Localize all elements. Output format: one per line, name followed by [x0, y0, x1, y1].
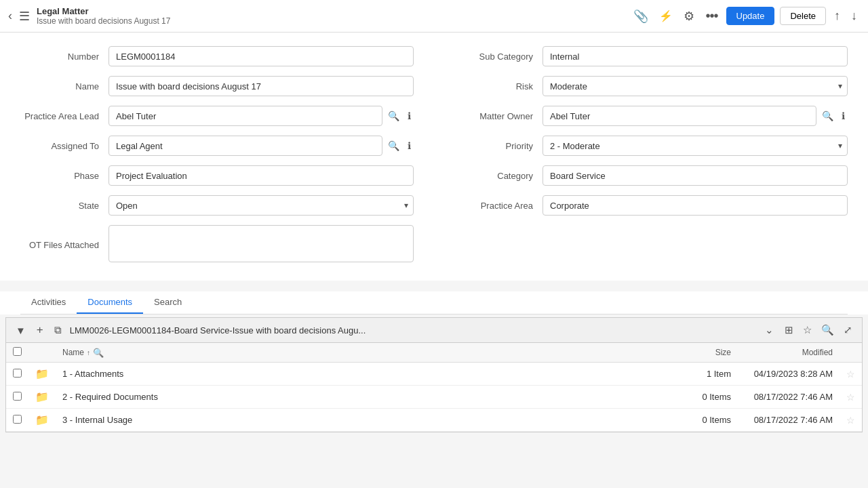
col-header-star	[840, 343, 862, 363]
col-name-label: Name	[62, 348, 84, 357]
form-row-name: Name	[20, 76, 414, 96]
info-practice-lead-button[interactable]: ℹ	[405, 109, 414, 123]
update-button[interactable]: Update	[726, 7, 775, 25]
topbar-subtitle: Issue with board decisions August 17	[37, 16, 170, 26]
input-number[interactable]	[108, 46, 414, 66]
input-sub-category[interactable]	[542, 46, 848, 66]
tabs-section: Activities Documents Search	[0, 291, 868, 314]
table-row: 📁 1 - Attachments 1 Item 04/19/2023 8:28…	[6, 363, 862, 386]
down-arrow-icon[interactable]: ↓	[848, 6, 860, 26]
col-header-check	[6, 343, 28, 363]
select-risk[interactable]: Low Moderate High	[542, 76, 848, 96]
back-button[interactable]: ‹	[8, 9, 12, 23]
row-name-2[interactable]: 2 - Required Documents	[56, 386, 690, 409]
row-size-2: 0 Items	[690, 386, 738, 409]
label-practice-area: Practice Area	[454, 201, 542, 211]
label-risk: Risk	[454, 81, 542, 92]
row-star-2[interactable]: ☆	[840, 386, 862, 409]
tab-activities[interactable]: Activities	[20, 291, 77, 314]
row-name-1[interactable]: 1 - Attachments	[56, 363, 690, 386]
name-sort: Name ↑ 🔍	[62, 348, 684, 358]
col-header-icon	[28, 343, 56, 363]
form-row-ot-files: OT Files Attached	[20, 225, 414, 264]
filter-button[interactable]: ▼	[13, 323, 28, 338]
col-search-button[interactable]: 🔍	[93, 348, 104, 358]
select-state[interactable]: Open Closed Pending	[108, 195, 414, 216]
info-matter-owner-button[interactable]: ℹ	[839, 109, 848, 123]
row-size-1: 1 Item	[690, 363, 738, 386]
input-practice-lead[interactable]	[108, 106, 382, 126]
form-row-number: Number	[20, 46, 414, 66]
topbar-right: 📎 ⚡ ⚙ ••• Update Delete ↑ ↓	[631, 5, 860, 26]
search-assigned-to-button[interactable]: 🔍	[385, 139, 402, 152]
control-priority: 1 - Low 2 - Moderate 3 - High	[542, 136, 848, 156]
search-toolbar-button[interactable]: 🔍	[818, 323, 837, 338]
input-category[interactable]	[542, 165, 848, 186]
input-practice-area[interactable]	[542, 195, 848, 216]
tab-search[interactable]: Search	[143, 291, 193, 314]
select-priority[interactable]: 1 - Low 2 - Moderate 3 - High	[542, 136, 848, 156]
label-practice-lead: Practice Area Lead	[20, 111, 108, 121]
control-name	[108, 76, 414, 96]
label-sub-category: Sub Category	[454, 52, 542, 62]
input-phase[interactable]	[108, 165, 414, 186]
search-matter-owner-button[interactable]: 🔍	[819, 109, 836, 123]
star-icon-1[interactable]: ☆	[846, 369, 855, 380]
row-icon-3: 📁	[28, 409, 56, 432]
col-header-name: Name ↑ 🔍	[56, 343, 690, 363]
input-assigned-to[interactable]	[108, 136, 382, 156]
row-check-3	[6, 409, 28, 432]
add-button[interactable]: +	[34, 322, 46, 338]
row-checkbox-3[interactable]	[13, 415, 22, 424]
control-practice-area	[542, 195, 848, 216]
row-checkbox-2[interactable]	[13, 392, 22, 401]
row-star-3[interactable]: ☆	[840, 409, 862, 432]
row-icon-1: 📁	[28, 363, 56, 386]
row-name-3[interactable]: 3 - Internal Usage	[56, 409, 690, 432]
row-modified-2: 08/17/2022 7:46 AM	[738, 386, 840, 409]
star-icon-3[interactable]: ☆	[846, 415, 855, 426]
folder-copy-icon[interactable]: ⧉	[52, 323, 64, 338]
more-icon[interactable]: •••	[703, 5, 720, 26]
star-toolbar-button[interactable]: ☆	[800, 323, 814, 338]
up-arrow-icon[interactable]: ↑	[831, 6, 843, 26]
input-group-practice-lead: 🔍 ℹ	[108, 106, 414, 126]
info-assigned-to-button[interactable]: ℹ	[405, 139, 414, 152]
menu-button[interactable]: ☰	[19, 9, 30, 24]
star-icon-2[interactable]: ☆	[846, 392, 855, 403]
documents-section: ▼ + ⧉ LMM0026-LEGM0001184-Board Service-…	[0, 314, 868, 432]
form-row-priority: Priority 1 - Low 2 - Moderate 3 - High	[454, 136, 848, 156]
expand-button[interactable]: ⤢	[841, 323, 855, 338]
docs-panel: ▼ + ⧉ LMM0026-LEGM0001184-Board Service-…	[5, 317, 863, 432]
row-checkbox-1[interactable]	[13, 369, 22, 378]
delete-button[interactable]: Delete	[780, 7, 826, 25]
docs-toolbar: ▼ + ⧉ LMM0026-LEGM0001184-Board Service-…	[6, 318, 862, 343]
row-star-1[interactable]: ☆	[840, 363, 862, 386]
textarea-ot-files[interactable]	[108, 225, 414, 262]
settings-icon[interactable]: ⚙	[681, 6, 697, 26]
control-number	[108, 46, 414, 66]
grid-view-button[interactable]: ⊞	[782, 323, 796, 338]
tabs-bar: Activities Documents Search	[20, 291, 848, 314]
tab-documents[interactable]: Documents	[77, 291, 143, 314]
topbar: ‹ ☰ Legal Matter Issue with board decisi…	[0, 0, 868, 33]
input-matter-owner[interactable]	[542, 106, 816, 126]
row-icon-2: 📁	[28, 386, 56, 409]
label-number: Number	[20, 52, 108, 62]
label-category: Category	[454, 171, 542, 181]
chevron-down-icon[interactable]: ⌄	[762, 323, 776, 338]
input-name[interactable]	[108, 76, 414, 96]
search-practice-lead-button[interactable]: 🔍	[385, 109, 402, 123]
topbar-left: ‹ ☰ Legal Matter Issue with board decisi…	[8, 6, 170, 26]
label-state: State	[20, 201, 108, 211]
select-all-checkbox[interactable]	[13, 347, 22, 356]
control-category	[542, 165, 848, 186]
control-state: Open Closed Pending	[108, 195, 414, 216]
paperclip-icon[interactable]: 📎	[631, 6, 651, 26]
label-priority: Priority	[454, 141, 542, 151]
label-matter-owner: Matter Owner	[454, 111, 542, 121]
input-group-matter-owner: 🔍 ℹ	[542, 106, 848, 126]
activity-icon[interactable]: ⚡	[656, 7, 675, 25]
form-grid: Number Name Practice Area Lead 🔍	[20, 46, 848, 274]
control-matter-owner: 🔍 ℹ	[542, 106, 848, 126]
